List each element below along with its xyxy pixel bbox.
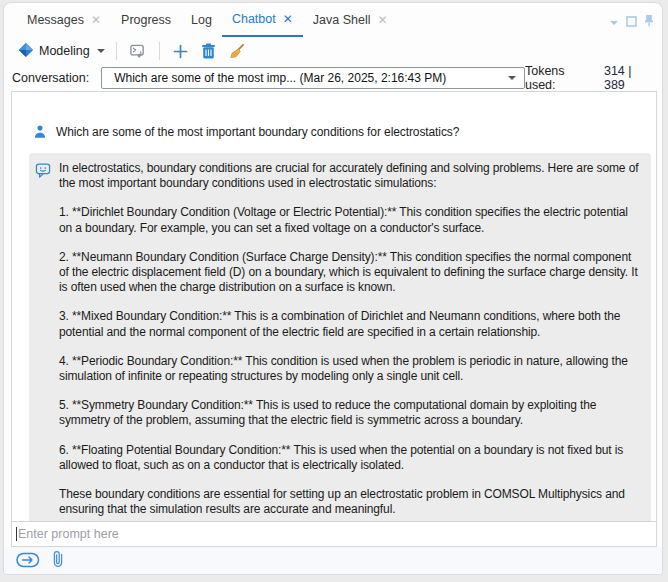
delete-conversation-button[interactable] [197, 39, 221, 63]
tab-label: Log [191, 13, 212, 27]
chevron-down-icon [508, 76, 516, 80]
assistant-paragraph: 2. **Neumann Boundary Condition (Surface… [59, 250, 641, 296]
assistant-paragraph: 3. **Mixed Boundary Condition:** This is… [59, 309, 641, 339]
conversation-row: Conversation: Which are some of the most… [4, 65, 662, 91]
user-message: Which are some of the most important bou… [33, 124, 640, 143]
chevron-down-icon [97, 49, 105, 53]
close-icon[interactable]: ✕ [91, 14, 101, 26]
tokens-used-value: 314 | 389 [604, 64, 654, 92]
user-message-text: Which are some of the most important bou… [56, 124, 459, 139]
assistant-paragraph: 6. **Floating Potential Boundary Conditi… [59, 443, 641, 473]
tab-label: Progress [121, 13, 171, 27]
chatbot-panel-window: Messages ✕ Progress Log Chatbot ✕ Java S… [3, 2, 663, 575]
assistant-paragraph: In electrostatics, boundary conditions a… [59, 161, 641, 191]
tokens-used-label: Tokens used: [525, 64, 596, 92]
mode-label: Modeling [39, 44, 90, 58]
tab-label: Messages [27, 13, 84, 27]
prompt-input[interactable]: Enter prompt here [11, 522, 657, 547]
chat-transcript-panel[interactable]: Which are some of the most important bou… [11, 91, 657, 522]
close-icon[interactable]: ✕ [377, 14, 387, 26]
close-icon[interactable]: ✕ [283, 13, 293, 25]
assistant-paragraph: 5. **Symmetry Boundary Condition:** This… [59, 398, 641, 428]
assistant-paragraph: These boundary conditions are essential … [59, 487, 641, 517]
send-prompt-button[interactable] [16, 552, 40, 572]
modeling-diamond-icon [18, 42, 34, 61]
conversation-label: Conversation: [12, 71, 89, 85]
tab-progress[interactable]: Progress [111, 3, 181, 37]
toolbar-separator [116, 42, 117, 60]
mode-dropdown-button[interactable]: Modeling [14, 40, 109, 63]
toolbar-separator [159, 42, 160, 60]
view-menu-chevron-icon[interactable] [609, 13, 619, 31]
assistant-paragraph: 4. **Periodic Boundary Condition:** This… [59, 354, 641, 384]
text-caret [16, 527, 17, 541]
tab-log[interactable]: Log [181, 3, 222, 37]
new-conversation-button[interactable] [169, 39, 193, 63]
conversation-selected-value: Which are some of the most imp... (Mar 2… [114, 71, 506, 85]
tab-bar: Messages ✕ Progress Log Chatbot ✕ Java S… [4, 3, 662, 37]
tab-label: Java Shell [313, 13, 371, 27]
chatbot-toolbar: Modeling [4, 37, 662, 65]
conversation-select[interactable]: Which are some of the most imp... (Mar 2… [101, 67, 525, 89]
maximize-icon[interactable] [626, 13, 637, 31]
pin-icon[interactable] [644, 13, 654, 31]
tab-java-shell[interactable]: Java Shell ✕ [303, 3, 398, 37]
assistant-message: In electrostatics, boundary conditions a… [29, 153, 651, 522]
chatbot-icon [35, 162, 51, 183]
tab-chatbot[interactable]: Chatbot ✕ [222, 3, 303, 37]
tab-messages[interactable]: Messages ✕ [17, 3, 111, 37]
prompt-placeholder: Enter prompt here [18, 527, 119, 541]
prompt-actions-bar [4, 547, 662, 575]
send-to-java-shell-button[interactable] [126, 39, 150, 63]
clear-conversation-broom-button[interactable] [225, 39, 249, 63]
user-icon [33, 124, 47, 143]
tab-label: Chatbot [232, 12, 276, 26]
assistant-paragraph: 1. **Dirichlet Boundary Condition (Volta… [59, 205, 641, 235]
attach-file-paperclip-button[interactable] [52, 550, 64, 573]
